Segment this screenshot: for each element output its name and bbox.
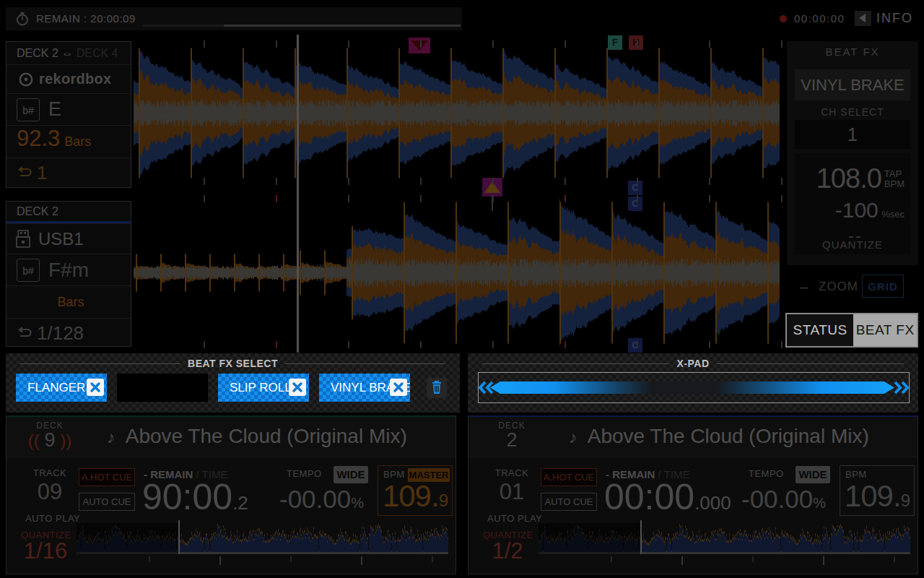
fx-slot-label: SLIP ROLL	[230, 374, 292, 402]
fx-slot-empty[interactable]	[117, 374, 208, 402]
divider	[717, 363, 904, 364]
close-icon	[390, 379, 407, 396]
divider	[20, 363, 180, 364]
beatfx-select-header: BEAT FX SELECT	[6, 358, 460, 369]
xpad-header: X-PAD	[468, 358, 918, 369]
close-icon	[289, 379, 306, 396]
dim-overlay-bottom	[0, 413, 924, 578]
divider	[482, 363, 669, 364]
dim-overlay-mid	[0, 313, 785, 353]
view-toggle: STATUS BEAT FX	[785, 313, 918, 348]
fx-slot-slip-roll[interactable]: SLIP ROLL	[218, 374, 309, 402]
beatfx-select-strip: BEAT FX SELECT FLANGER SLIP ROLL VINYL B…	[6, 353, 460, 413]
fx-slot-label: FLANGER	[27, 374, 85, 402]
status-tab[interactable]: STATUS	[787, 314, 853, 346]
trash-button[interactable]	[427, 378, 447, 398]
fx-slot-vinyl-brake[interactable]: VINYL BRAKE	[319, 374, 410, 402]
xpad-strip: X-PAD	[468, 353, 918, 413]
xpad-bar	[479, 373, 909, 402]
close-icon	[87, 379, 104, 396]
trash-icon	[427, 378, 447, 398]
beatfx-tab[interactable]: BEAT FX	[853, 314, 917, 346]
xpad-title: X-PAD	[676, 358, 709, 369]
fx-slot-close-button[interactable]	[289, 379, 306, 396]
dim-overlay-mid-right	[918, 313, 924, 353]
dim-overlay-top	[0, 0, 924, 313]
xpad-slider[interactable]	[478, 372, 910, 403]
fx-slot-close-button[interactable]	[87, 379, 104, 396]
fx-slot-close-button[interactable]	[390, 379, 407, 396]
beatfx-select-title: BEAT FX SELECT	[188, 358, 278, 369]
fx-slot-flanger[interactable]: FLANGER	[16, 374, 107, 402]
divider	[285, 363, 445, 364]
cdj-screen: REMAIN : 20:00:09 00:00:00 INFO DECK 2 ⇔…	[0, 0, 924, 578]
